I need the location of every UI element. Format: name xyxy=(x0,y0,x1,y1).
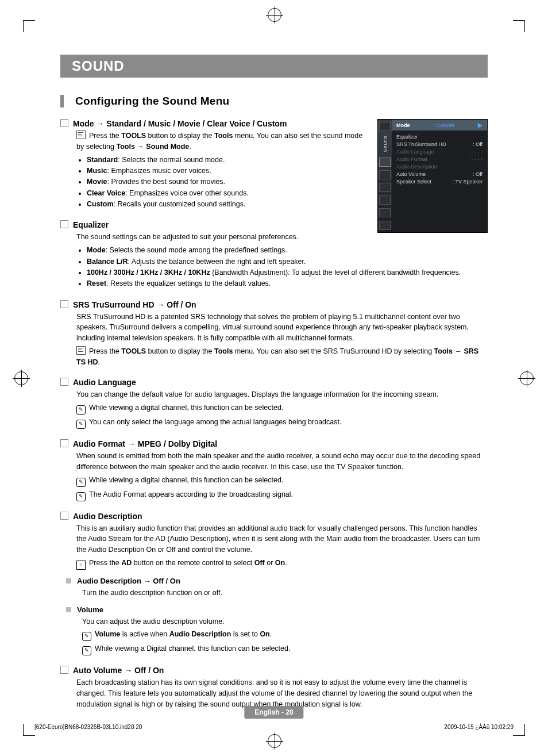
section-title: Equalizer xyxy=(73,220,109,229)
osd-row-value: : TV Speaker xyxy=(453,179,483,185)
body-text: Volume xyxy=(95,630,120,638)
crop-mark xyxy=(513,20,525,32)
osd-row-label: Audio Description xyxy=(396,164,437,170)
body-text: button to display the xyxy=(146,132,214,140)
tools-icon xyxy=(76,131,86,139)
osd-row: Auto Volume: Off xyxy=(396,170,483,178)
section-title: Audio Format → MPEG / Dolby Digital xyxy=(73,439,217,448)
section-title: SRS TruSurround HD → Off / On xyxy=(73,300,196,309)
outline-bullet-icon xyxy=(60,300,68,308)
body-text: . xyxy=(285,559,287,567)
osd-header-value: : Custom xyxy=(434,122,454,128)
section-audio-description: Audio Description This is an auxiliary a… xyxy=(60,512,488,656)
osd-row-label: Audio Language xyxy=(396,149,434,155)
body-text: The sound settings can be adjusted to su… xyxy=(76,232,488,243)
body-text: Each broadcasting station has its own si… xyxy=(76,677,488,709)
footer-left: [620-Eeuro]BN68-02326B-03L10.ind20 20 xyxy=(34,724,142,730)
outline-bullet-icon xyxy=(60,512,68,520)
osd-tab-icon xyxy=(379,158,391,167)
osd-row-label: Auto Volume xyxy=(396,171,426,177)
osd-tab-icon xyxy=(379,183,391,192)
osd-row-value: : - - - - xyxy=(469,149,483,155)
section-srs: SRS TruSurround HD → Off / On SRS TruSur… xyxy=(60,300,488,368)
subhead-marker xyxy=(60,95,64,108)
osd-preview: Sound Mode : Custom ▶ EqualizerSRS TruSu… xyxy=(377,119,488,233)
tools-icon xyxy=(76,346,86,355)
body-text: Turn the audio description function on o… xyxy=(82,588,488,598)
body-text: menu. You can also set the SRS TruSurrou… xyxy=(233,347,434,355)
body-text: Press the xyxy=(89,132,121,140)
body-text: On xyxy=(275,559,285,567)
note-icon: ✎ xyxy=(76,405,86,415)
body-text: . xyxy=(189,143,191,151)
list-item: Reset: Resets the equalizer settings to … xyxy=(87,278,488,289)
body-text: Audio Description xyxy=(169,630,231,638)
body-text: Tools xyxy=(214,347,233,355)
section-audio-language: Audio Language You can change the defaul… xyxy=(60,378,488,429)
body-text: TOOLS xyxy=(121,347,146,355)
square-bullet-icon xyxy=(66,607,71,612)
section-banner: SOUND xyxy=(60,55,488,78)
note-icon: ✎ xyxy=(76,478,86,487)
list-item: Standard: Selects the normal sound mode. xyxy=(87,155,371,166)
osd-tab-icon xyxy=(379,122,391,131)
crop-mark xyxy=(23,724,35,736)
osd-header-label: Mode xyxy=(396,122,410,128)
body-text: is active when xyxy=(120,630,169,638)
osd-tab-icon xyxy=(379,195,391,205)
list-item: Music: Emphasizes music over voices. xyxy=(87,166,371,176)
osd-row: SRS TruSurround HD: Off xyxy=(396,140,483,148)
osd-row-value: : Off xyxy=(473,171,483,177)
body-text: Tools → Sound Mode xyxy=(116,143,189,151)
body-text: While viewing a digital channel, this fu… xyxy=(89,404,283,412)
body-text: This is an auxiliary audio function that… xyxy=(76,523,488,555)
outline-bullet-icon xyxy=(60,378,68,386)
list-item: 100Hz / 300Hz / 1KHz / 3KHz / 10KHz (Ban… xyxy=(87,267,488,278)
osd-row-value: : - - - - xyxy=(469,156,483,162)
body-text: You can change the default value for aud… xyxy=(76,389,488,400)
body-text: You can adjust the audio description vol… xyxy=(82,616,488,627)
outline-bullet-icon xyxy=(60,439,68,447)
osd-row-label: Speaker Select xyxy=(396,179,431,185)
registration-mark xyxy=(268,8,281,22)
note-icon: ✎ xyxy=(76,492,86,501)
osd-tab-icon xyxy=(379,208,391,217)
crop-mark xyxy=(23,20,35,32)
footer-right: 2009-10-15 ¿ÀÀü 10:02:29 xyxy=(444,724,514,730)
note-icon: ✎ xyxy=(82,632,91,641)
body-text: AD xyxy=(121,559,132,567)
list-item: Balance L/R: Adjusts the balance between… xyxy=(87,256,488,267)
body-text: or xyxy=(265,559,275,567)
body-text: While viewing a Digital channel, this fu… xyxy=(95,644,290,653)
note-icon: ✎ xyxy=(82,646,91,655)
body-text: Press the xyxy=(89,559,121,567)
osd-row-value: : Off xyxy=(473,141,483,147)
list-item: Custom: Recalls your customized sound se… xyxy=(87,199,371,210)
body-text: When sound is emitted from both the main… xyxy=(76,451,488,473)
body-text: While viewing a digital channel, this fu… xyxy=(89,476,283,484)
page-number: English - 20 xyxy=(244,706,303,719)
crop-mark xyxy=(513,724,525,736)
body-text: TOOLS xyxy=(121,132,146,140)
registration-mark xyxy=(520,371,534,385)
square-bullet-icon xyxy=(66,578,71,584)
section-title: Mode → Standard / Music / Movie / Clear … xyxy=(73,119,287,128)
body-text: . xyxy=(270,630,272,638)
osd-tab-icon xyxy=(379,170,391,179)
registration-mark xyxy=(14,371,28,385)
section-audio-format: Audio Format → MPEG / Dolby Digital When… xyxy=(60,439,488,501)
section-title: Audio Description xyxy=(73,512,142,521)
outline-bullet-icon xyxy=(60,666,68,674)
subsection-volume: Volume You can adjust the audio descript… xyxy=(66,605,488,656)
section-auto-volume: Auto Volume → Off / On Each broadcasting… xyxy=(60,666,488,709)
list-item: Movie: Provides the best sound for movie… xyxy=(87,176,371,187)
subhead-title: Configuring the Sound Menu xyxy=(75,95,229,108)
body-text: The Audio Format appears according to th… xyxy=(89,490,293,498)
osd-row: Equalizer xyxy=(396,133,483,140)
arrow-right-icon: ▶ xyxy=(478,122,483,128)
section-title: Audio Language xyxy=(73,378,136,387)
osd-row-label: Audio Format xyxy=(396,156,427,162)
list-item: Clear Voice: Emphasizes voice over other… xyxy=(87,188,371,199)
section-mode: Mode → Standard / Music / Movie / Clear … xyxy=(60,119,371,210)
note-icon: ✎ xyxy=(76,420,86,429)
